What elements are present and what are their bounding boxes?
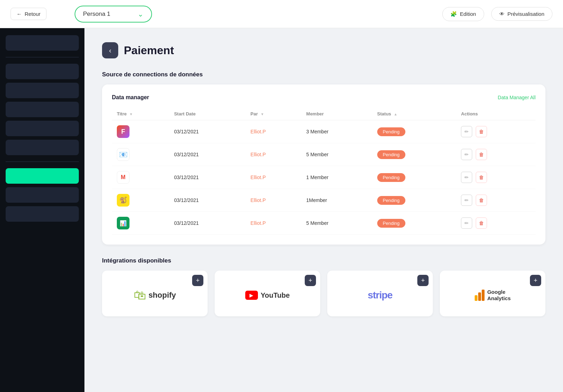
- integration-card-youtube[interactable]: + ▶ YouTube: [215, 271, 320, 316]
- delete-button-1[interactable]: 🗑: [476, 126, 487, 137]
- preview-button[interactable]: 👁 Prévisualisation: [491, 7, 552, 21]
- edit-button-4[interactable]: ✏: [461, 195, 472, 206]
- cell-par-3: Elliot.P: [246, 166, 301, 189]
- edit-button-5[interactable]: ✏: [461, 217, 472, 229]
- data-table: Titre ▼ Start Date Par ▼ Member Status ▲…: [112, 108, 536, 235]
- cell-actions-2: ✏ 🗑: [456, 143, 536, 166]
- mailchimp-icon: 🐒: [117, 194, 129, 207]
- author-link-1[interactable]: Elliot.P: [251, 129, 266, 134]
- sort-icon-par: ▼: [260, 112, 264, 116]
- back-button[interactable]: ← Retour: [11, 8, 46, 20]
- edit-button-1[interactable]: ✏: [461, 126, 472, 137]
- cell-date-2: 03/12/2021: [169, 143, 246, 166]
- edit-button-3[interactable]: ✏: [461, 172, 472, 183]
- cell-status-1: Pending: [372, 120, 456, 143]
- youtube-logo: ▶ YouTube: [245, 291, 290, 300]
- table-row: 📧 03/12/2021 Elliot.P 5 Member Pending ✏…: [112, 143, 536, 166]
- sidebar-item-2[interactable]: [6, 64, 79, 79]
- plus-button-google-analytics[interactable]: +: [530, 275, 541, 286]
- data-manager-label: Data manager: [112, 94, 149, 101]
- delete-button-4[interactable]: 🗑: [476, 195, 487, 206]
- chevron-left-icon: ‹: [109, 46, 112, 55]
- author-link-5[interactable]: Elliot.P: [251, 220, 266, 226]
- sidebar-divider-1: [6, 57, 79, 57]
- plus-button-stripe[interactable]: +: [417, 275, 429, 286]
- top-nav: ← Retour Persona 1 ⌄ 🧩 Edition 👁 Prévisu…: [0, 0, 563, 28]
- ga-bar-2: [478, 292, 481, 301]
- cell-member-2: 5 Member: [301, 143, 372, 166]
- sidebar-item-5[interactable]: [6, 121, 79, 136]
- delete-button-5[interactable]: 🗑: [476, 217, 487, 229]
- author-link-2[interactable]: Elliot.P: [251, 152, 266, 157]
- main-content: ‹ Paiement Source de connections de donn…: [84, 28, 563, 392]
- puzzle-icon: 🧩: [450, 11, 457, 17]
- table-header-row: Titre ▼ Start Date Par ▼ Member Status ▲…: [112, 108, 536, 120]
- cell-actions-3: ✏ 🗑: [456, 166, 536, 189]
- data-manager-all-link[interactable]: Data Manager All: [498, 95, 536, 100]
- status-badge-3: Pending: [377, 173, 405, 182]
- cell-status-4: Pending: [372, 189, 456, 212]
- integration-card-stripe[interactable]: + stripe: [327, 271, 433, 316]
- sidebar-item-1[interactable]: [6, 35, 79, 51]
- section2-title: Intégrations disponibles: [102, 257, 545, 264]
- cell-icon-1: F: [112, 120, 169, 143]
- sidebar: [0, 28, 84, 392]
- integration-card-shopify[interactable]: + 🛍 shopify: [102, 271, 208, 316]
- table-row: 📊 03/12/2021 Elliot.P 5 Member Pending ✏…: [112, 212, 536, 235]
- google-analytics-logo: GoogleAnalytics: [475, 289, 511, 302]
- cell-par-2: Elliot.P: [246, 143, 301, 166]
- col-par: Par ▼: [246, 108, 301, 120]
- cell-member-4: 1Member: [301, 189, 372, 212]
- page-header: ‹ Paiement: [102, 42, 545, 58]
- shopify-icon: 🛍: [134, 288, 146, 303]
- back-label: Retour: [25, 11, 40, 17]
- sidebar-item-3[interactable]: [6, 83, 79, 98]
- table-body: F 03/12/2021 Elliot.P 3 Member Pending ✏…: [112, 120, 536, 235]
- delete-button-3[interactable]: 🗑: [476, 172, 487, 183]
- edit-button-2[interactable]: ✏: [461, 149, 472, 160]
- cell-actions-4: ✏ 🗑: [456, 189, 536, 212]
- shopify-logo: 🛍 shopify: [134, 288, 176, 303]
- table-head: Titre ▼ Start Date Par ▼ Member Status ▲…: [112, 108, 536, 120]
- integration-card-google-analytics[interactable]: + GoogleAnalytics: [440, 271, 545, 316]
- cell-icon-5: 📊: [112, 212, 169, 235]
- cell-date-1: 03/12/2021: [169, 120, 246, 143]
- stripe-logo: stripe: [368, 290, 392, 301]
- data-manager-card: Data manager Data Manager All Titre ▼ St…: [102, 84, 545, 245]
- sort-icon-titre: ▼: [129, 112, 133, 116]
- table-row: 🐒 03/12/2021 Elliot.P 1Member Pending ✏ …: [112, 189, 536, 212]
- sidebar-item-6[interactable]: [6, 140, 79, 155]
- sidebar-item-7[interactable]: [6, 168, 79, 184]
- stripe-label: stripe: [368, 290, 392, 301]
- ga-bars-icon: [475, 290, 485, 301]
- col-titre: Titre ▼: [112, 108, 169, 120]
- edition-button[interactable]: 🧩 Edition: [442, 7, 484, 21]
- cell-status-2: Pending: [372, 143, 456, 166]
- cell-member-5: 5 Member: [301, 212, 372, 235]
- table-row: F 03/12/2021 Elliot.P 3 Member Pending ✏…: [112, 120, 536, 143]
- sidebar-item-4[interactable]: [6, 102, 79, 117]
- sheets-icon: 📊: [117, 217, 129, 229]
- cell-date-4: 03/12/2021: [169, 189, 246, 212]
- cell-date-5: 03/12/2021: [169, 212, 246, 235]
- cell-actions-5: ✏ 🗑: [456, 212, 536, 235]
- section1-title: Source de connections de données: [102, 71, 545, 78]
- email-icon: 📧: [117, 148, 129, 161]
- plus-button-youtube[interactable]: +: [305, 275, 316, 286]
- youtube-label: YouTube: [261, 291, 290, 299]
- author-link-3[interactable]: Elliot.P: [251, 175, 266, 180]
- chevron-down-icon: ⌄: [138, 10, 144, 18]
- page-back-button[interactable]: ‹: [102, 42, 118, 58]
- plus-button-shopify[interactable]: +: [192, 275, 203, 286]
- cell-actions-1: ✏ 🗑: [456, 120, 536, 143]
- author-link-4[interactable]: Elliot.P: [251, 197, 266, 203]
- sidebar-item-9[interactable]: [6, 206, 79, 222]
- persona-select[interactable]: Persona 1 ⌄: [75, 6, 152, 23]
- col-start-date: Start Date: [169, 108, 246, 120]
- sidebar-divider-2: [6, 162, 79, 162]
- youtube-icon: ▶: [245, 291, 258, 300]
- delete-button-2[interactable]: 🗑: [476, 149, 487, 160]
- sidebar-item-8[interactable]: [6, 187, 79, 203]
- ga-label: GoogleAnalytics: [487, 289, 511, 302]
- cell-par-1: Elliot.P: [246, 120, 301, 143]
